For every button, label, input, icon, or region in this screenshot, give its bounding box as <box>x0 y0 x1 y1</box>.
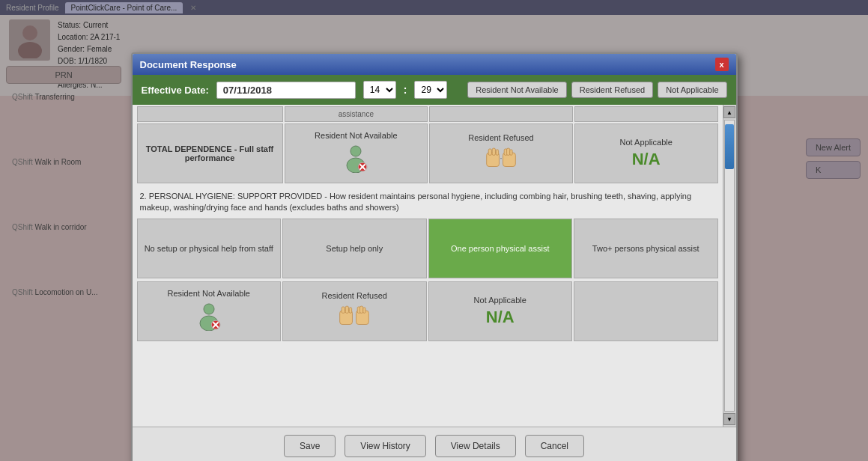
svg-rect-25 <box>342 307 345 313</box>
section2-setup-help-cell[interactable]: Setup help only <box>282 219 427 278</box>
section2-two-person-cell[interactable]: Two+ persons physical assist <box>574 219 718 278</box>
hour-select[interactable]: 14 15 <box>363 81 396 99</box>
section1-not-available-cell[interactable]: Resident Not Available <box>285 123 428 183</box>
svg-rect-9 <box>488 149 491 155</box>
modal-title: Document Response <box>140 59 237 70</box>
section2-person-not-available-icon <box>195 302 223 331</box>
section1-main-row: TOTAL DEPENDENCE - Full staff performanc… <box>133 122 723 185</box>
section2-refused-cell[interactable]: Resident Refused <box>282 281 427 341</box>
effective-date-input[interactable] <box>216 82 356 99</box>
scrollbar-up-button[interactable]: ▲ <box>723 106 735 118</box>
resident-not-available-header-btn[interactable]: Resident Not Available <box>467 82 566 98</box>
effective-date-row: Effective Date: 14 15 : 29 30 Resident N… <box>133 75 736 105</box>
person-not-available-icon <box>342 144 370 173</box>
scrollbar-thumb[interactable] <box>725 124 734 169</box>
svg-rect-14 <box>507 148 510 155</box>
section1-header-row: assistance <box>133 105 723 122</box>
section2-na-label: Not Applicable <box>474 296 526 305</box>
svg-rect-11 <box>496 150 498 156</box>
svg-rect-31 <box>363 308 365 314</box>
section1-na-text: N/A <box>632 150 661 169</box>
section2-description: 2. PERSONAL HYGIENE: SUPPORT PROVIDED - … <box>133 185 723 217</box>
header-cell-empty3 <box>574 106 718 122</box>
section2-one-person-cell[interactable]: One person physical assist <box>428 219 573 278</box>
section2-row1: No setup or physical help from staff Set… <box>133 217 723 280</box>
document-response-modal: Document Response x Effective Date: 14 1… <box>131 52 738 461</box>
modal-close-button[interactable]: x <box>715 58 729 71</box>
section1-not-available-label: Resident Not Available <box>315 131 397 140</box>
svg-rect-10 <box>492 148 495 155</box>
modal-content-area: assistance TOTAL DEPENDENCE - Full staff… <box>133 105 736 427</box>
time-colon: : <box>404 84 407 96</box>
resident-refused-header-btn[interactable]: Resident Refused <box>571 82 653 98</box>
modal-titlebar: Document Response x <box>133 54 736 75</box>
view-details-button[interactable]: View Details <box>435 435 516 457</box>
svg-point-18 <box>204 304 214 314</box>
minute-select[interactable]: 29 30 <box>414 81 447 99</box>
section2-not-available-cell[interactable]: Resident Not Available <box>137 281 282 341</box>
section1-refused-cell[interactable]: Resident Refused <box>429 123 573 183</box>
cancel-button[interactable]: Cancel <box>525 435 584 457</box>
svg-point-2 <box>350 146 361 156</box>
section2-not-available-label: Resident Not Available <box>168 289 250 298</box>
scrollbar-track[interactable] <box>724 120 735 412</box>
svg-rect-15 <box>510 150 512 156</box>
section2-row2: Resident Not Available Resident Refused <box>133 280 723 343</box>
section2-na-cell[interactable]: Not Applicable N/A <box>428 281 573 341</box>
section1-refused-label: Resident Refused <box>468 133 533 142</box>
modal-scroll-area: assistance TOTAL DEPENDENCE - Full staff… <box>133 105 723 427</box>
section1-na-label: Not Applicable <box>620 138 673 147</box>
hands-refused-icon <box>485 147 517 171</box>
not-applicable-header-btn[interactable]: Not Applicable <box>658 82 726 98</box>
modal-scrollbar[interactable]: ▲ ▼ <box>723 105 736 427</box>
section1-na-cell[interactable]: Not Applicable N/A <box>574 123 718 183</box>
scrollbar-down-button[interactable]: ▼ <box>723 413 735 425</box>
section2-no-setup-cell[interactable]: No setup or physical help from staff <box>137 219 282 278</box>
modal-overlay: Document Response x Effective Date: 14 1… <box>0 0 868 461</box>
section2-na-text: N/A <box>486 308 515 327</box>
section2-empty-cell[interactable] <box>574 281 718 341</box>
header-cell-empty <box>137 106 283 122</box>
svg-rect-30 <box>360 306 363 313</box>
header-action-buttons: Resident Not Available Resident Refused … <box>467 82 726 98</box>
section2-refused-label: Resident Refused <box>322 291 387 300</box>
modal-footer: Save View History View Details Cancel <box>133 427 736 461</box>
view-history-button[interactable]: View History <box>345 435 425 457</box>
header-cell-empty2 <box>429 106 573 122</box>
header-cell-assistance: assistance <box>285 106 428 122</box>
svg-rect-27 <box>350 308 352 314</box>
section2-hands-icon <box>339 305 370 329</box>
save-button[interactable]: Save <box>284 435 336 457</box>
effective-date-label: Effective Date: <box>142 85 209 96</box>
section1-label-cell: TOTAL DEPENDENCE - Full staff performanc… <box>137 123 283 183</box>
svg-rect-26 <box>345 306 348 313</box>
